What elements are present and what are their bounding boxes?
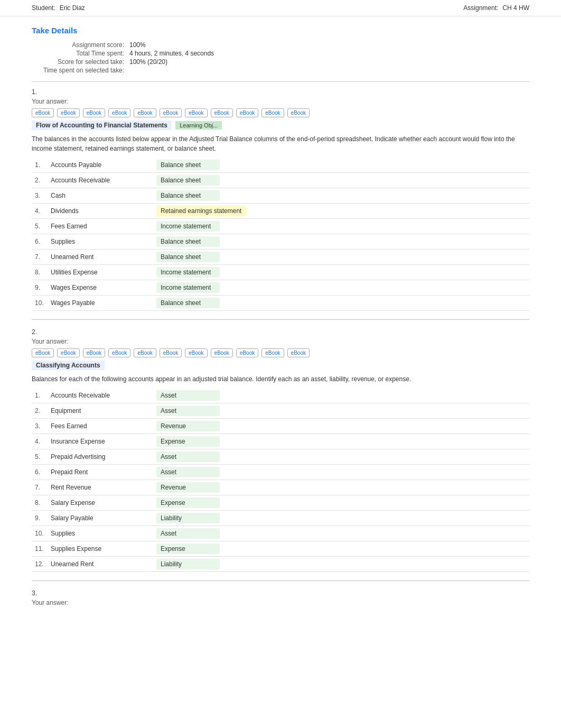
row-num: 7. — [32, 480, 48, 495]
table-row: 12. Unearned Rent Liability — [32, 557, 529, 572]
q2-ebook-5[interactable]: eBook — [134, 348, 156, 357]
account-name: Salary Payable — [48, 511, 153, 526]
header-left: Student: Eric Diaz — [32, 4, 85, 12]
table-row: 1. Accounts Payable Balance sheet — [32, 158, 529, 173]
row-num: 2. — [32, 173, 48, 188]
row-num: 5. — [32, 449, 48, 465]
q1-your-answer: Your answer: — [32, 98, 529, 105]
q1-learning-obj: Learning Obj... — [175, 121, 222, 130]
table-row: 8. Salary Expense Expense — [32, 495, 529, 511]
account-name: Fees Earned — [48, 419, 153, 434]
account-answer: Income statement — [153, 219, 529, 234]
account-answer: Asset — [153, 465, 529, 480]
table-row: 6. Prepaid Rent Asset — [32, 465, 529, 480]
q2-ebook-3[interactable]: eBook — [83, 348, 105, 357]
table-row: 6. Supplies Balance sheet — [32, 234, 529, 250]
account-name: Insurance Expense — [48, 434, 153, 449]
row-num: 9. — [32, 511, 48, 526]
page-title[interactable]: Take Details — [32, 26, 529, 35]
account-answer: Liability — [153, 511, 529, 526]
table-row: 10. Wages Payable Balance sheet — [32, 296, 529, 311]
q1-ebook-4[interactable]: eBook — [108, 108, 130, 117]
main-content: Take Details Assignment score: 100% Tota… — [0, 16, 561, 620]
account-answer: Balance sheet — [153, 173, 529, 188]
table-row: 2. Equipment Asset — [32, 403, 529, 419]
q2-ebook-10[interactable]: eBook — [261, 348, 284, 357]
q3-number: 3. — [32, 589, 529, 597]
q2-ebook-1[interactable]: eBook — [32, 348, 54, 357]
q1-ebook-3[interactable]: eBook — [83, 108, 105, 117]
table-row: 10. Supplies Asset — [32, 526, 529, 541]
row-num: 9. — [32, 280, 48, 296]
account-name: Fees Earned — [48, 219, 153, 234]
account-name: Accounts Receivable — [48, 388, 153, 403]
account-name: Unearned Rent — [48, 557, 153, 572]
q2-ebook-8[interactable]: eBook — [211, 348, 233, 357]
account-name: Supplies — [48, 526, 153, 541]
student-name: Eric Diaz — [60, 4, 85, 12]
score-take-label: Score for selected take: — [43, 58, 128, 66]
table-row: 8. Utilities Expense Income statement — [32, 265, 529, 280]
q2-ebook-7[interactable]: eBook — [185, 348, 207, 357]
account-name: Cash — [48, 188, 153, 204]
table-row: 4. Insurance Expense Expense — [32, 434, 529, 449]
q1-ebook-10[interactable]: eBook — [261, 108, 284, 117]
row-num: 10. — [32, 296, 48, 311]
account-answer: Expense — [153, 434, 529, 449]
row-num: 2. — [32, 403, 48, 419]
q1-ebook-1[interactable]: eBook — [32, 108, 54, 117]
row-num: 12. — [32, 557, 48, 572]
q1-ebook-6[interactable]: eBook — [160, 108, 182, 117]
account-answer: Expense — [153, 495, 529, 511]
table-row: 11. Supplies Expense Expense — [32, 541, 529, 557]
q2-ebook-row: eBook eBook eBook eBook eBook eBook eBoo… — [32, 348, 529, 357]
question-2: 2. Your answer: eBook eBook eBook eBook … — [32, 328, 529, 572]
account-answer: Asset — [153, 388, 529, 403]
account-name: Wages Payable — [48, 296, 153, 311]
q1-ebook-9[interactable]: eBook — [236, 108, 258, 117]
row-num: 3. — [32, 188, 48, 204]
q1-number: 1. — [32, 88, 529, 96]
q2-ebook-2[interactable]: eBook — [57, 348, 79, 357]
account-answer: Asset — [153, 526, 529, 541]
question-3: 3. Your answer: — [32, 589, 529, 606]
row-num: 4. — [32, 434, 48, 449]
row-num: 4. — [32, 204, 48, 219]
table-row: 3. Fees Earned Revenue — [32, 419, 529, 434]
account-answer: Income statement — [153, 280, 529, 296]
score-table: Assignment score: 100% Total Time spent:… — [42, 40, 215, 75]
account-name: Accounts Receivable — [48, 173, 153, 188]
account-name: Prepaid Rent — [48, 465, 153, 480]
q1-ebook-7[interactable]: eBook — [185, 108, 207, 117]
row-num: 7. — [32, 250, 48, 265]
q1-ebook-2[interactable]: eBook — [57, 108, 79, 117]
q1-ebook-8[interactable]: eBook — [211, 108, 233, 117]
account-name: Rent Revenue — [48, 480, 153, 495]
account-answer: Balance sheet — [153, 250, 529, 265]
table-row: 7. Rent Revenue Revenue — [32, 480, 529, 495]
account-answer: Asset — [153, 403, 529, 419]
q2-description: Balances for each of the following accou… — [32, 374, 529, 384]
row-num: 1. — [32, 388, 48, 403]
q2-number: 2. — [32, 328, 529, 336]
q1-ebook-11[interactable]: eBook — [287, 108, 310, 117]
q2-ebook-9[interactable]: eBook — [236, 348, 258, 357]
q2-ebook-6[interactable]: eBook — [160, 348, 182, 357]
row-num: 5. — [32, 219, 48, 234]
table-row: 5. Fees Earned Income statement — [32, 219, 529, 234]
q2-ebook-11[interactable]: eBook — [287, 348, 310, 357]
account-name: Prepaid Advertising — [48, 449, 153, 465]
q1-ebook-5[interactable]: eBook — [134, 108, 156, 117]
table-row: 2. Accounts Receivable Balance sheet — [32, 173, 529, 188]
q2-ebook-4[interactable]: eBook — [108, 348, 130, 357]
account-name: Salary Expense — [48, 495, 153, 511]
account-answer: Expense — [153, 541, 529, 557]
account-answer: Asset — [153, 449, 529, 465]
table-row: 7. Unearned Rent Balance sheet — [32, 250, 529, 265]
header-right: Assignment: CH 4 HW — [463, 4, 529, 12]
row-num: 1. — [32, 158, 48, 173]
assignment-score-label: Assignment score: — [43, 41, 128, 49]
account-answer: Balance sheet — [153, 296, 529, 311]
assignment-label: Assignment: — [463, 4, 498, 12]
account-name: Equipment — [48, 403, 153, 419]
